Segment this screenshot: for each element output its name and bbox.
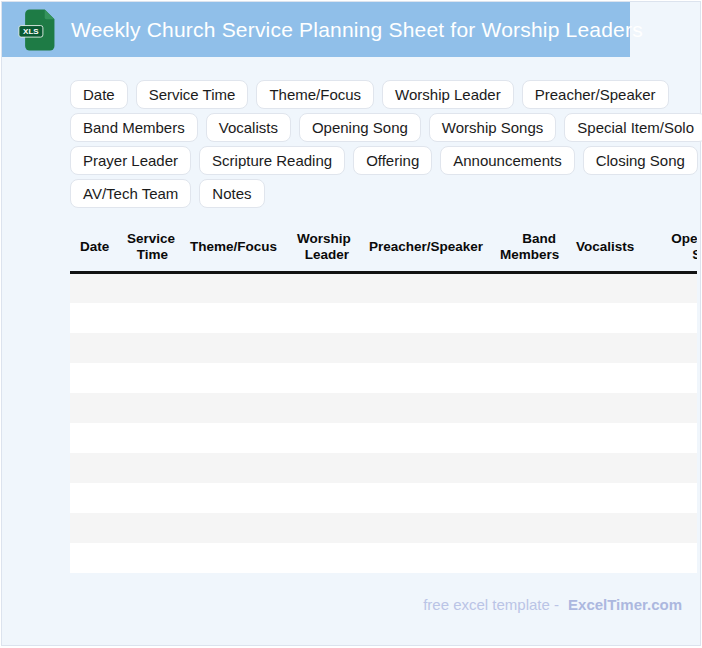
table-row [70,513,697,543]
table-row [70,453,697,483]
planning-table: DateService TimeTheme/FocusWorship Leade… [70,224,697,573]
table-cell [178,303,287,333]
table-cell [178,333,287,363]
table-cell [287,513,359,543]
table-row [70,423,697,453]
table-cell [178,453,287,483]
table-cell [566,483,636,513]
field-chip[interactable]: Special Item/Solo [564,113,702,142]
xls-file-icon: XLS [18,7,58,53]
field-chip[interactable]: Offering [353,146,432,175]
table-cell [178,543,287,573]
field-chips: DateService TimeTheme/FocusWorship Leade… [70,80,702,208]
table-cell [70,363,117,393]
table-cell [566,513,636,543]
field-chip[interactable]: AV/Tech Team [70,179,191,208]
table-cell [490,303,566,333]
table-cell [359,453,490,483]
field-chip[interactable]: Worship Leader [382,80,514,109]
field-chip[interactable]: Closing Song [583,146,698,175]
table-body [70,273,697,573]
column-header: Date [70,224,117,273]
table-cell [566,453,636,483]
table-cell [287,423,359,453]
table-cell [70,333,117,363]
table-cell [636,273,697,303]
table-row [70,483,697,513]
table-cell [117,513,178,543]
title-bar: XLS Weekly Church Service Planning Sheet… [2,2,630,57]
field-chip[interactable]: Announcements [440,146,574,175]
table-cell [359,543,490,573]
field-chip[interactable]: Worship Songs [429,113,556,142]
table-header-row: DateService TimeTheme/FocusWorship Leade… [70,224,697,273]
table-cell [117,423,178,453]
table-cell [359,363,490,393]
field-chip[interactable]: Theme/Focus [256,80,374,109]
table-cell [490,273,566,303]
page-title: Weekly Church Service Planning Sheet for… [71,18,643,42]
template-card: XLS Weekly Church Service Planning Sheet… [1,1,701,646]
table-cell [636,453,697,483]
table-cell [636,363,697,393]
table-cell [636,333,697,363]
table-row [70,333,697,363]
table-cell [287,303,359,333]
field-chip[interactable]: Preacher/Speaker [522,80,669,109]
table-cell [178,273,287,303]
table-cell [178,483,287,513]
table-cell [566,543,636,573]
table-cell [490,333,566,363]
table-cell [287,393,359,423]
field-chip[interactable]: Notes [199,179,264,208]
table-cell [117,273,178,303]
footer-text: free excel template - [423,596,559,613]
table-cell [70,513,117,543]
table-row [70,543,697,573]
column-header: Worship Leader [287,224,359,273]
table-cell [359,273,490,303]
table-cell [359,303,490,333]
planning-table-wrap: DateService TimeTheme/FocusWorship Leade… [70,224,697,573]
field-chip[interactable]: Scripture Reading [199,146,345,175]
footer-brand-link[interactable]: ExcelTimer.com [568,596,682,613]
table-cell [287,483,359,513]
table-cell [566,303,636,333]
table-cell [287,333,359,363]
table-cell [359,393,490,423]
table-row [70,363,697,393]
table-cell [70,543,117,573]
column-header: Preacher/Speaker [359,224,490,273]
table-cell [566,333,636,363]
table-cell [359,513,490,543]
table-cell [359,423,490,453]
table-cell [359,483,490,513]
table-row [70,273,697,303]
table-cell [178,423,287,453]
table-row [70,393,697,423]
table-cell [178,363,287,393]
column-header: Vocalists [566,224,636,273]
table-cell [117,303,178,333]
table-cell [566,423,636,453]
table-cell [490,393,566,423]
field-chip[interactable]: Band Members [70,113,198,142]
field-chip[interactable]: Prayer Leader [70,146,191,175]
table-cell [70,423,117,453]
table-cell [117,333,178,363]
table-cell [490,483,566,513]
field-chip[interactable]: Opening Song [299,113,421,142]
field-chip[interactable]: Date [70,80,128,109]
table-cell [566,273,636,303]
table-cell [636,393,697,423]
table-cell [636,543,697,573]
field-chip[interactable]: Vocalists [206,113,291,142]
table-cell [70,483,117,513]
table-cell [636,513,697,543]
table-cell [287,363,359,393]
column-header: Theme/Focus [178,224,287,273]
xls-icon-label: XLS [23,27,39,36]
table-cell [70,393,117,423]
table-cell [178,393,287,423]
field-chip[interactable]: Service Time [136,80,249,109]
